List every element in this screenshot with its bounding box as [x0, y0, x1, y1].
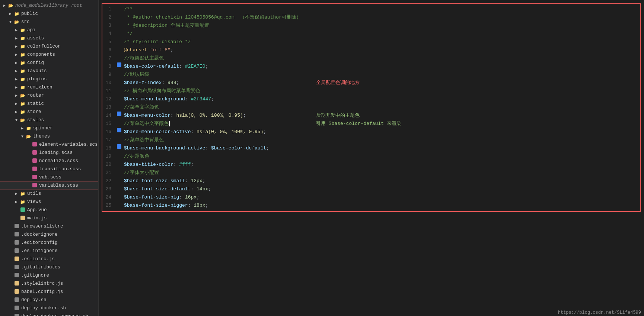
tree-label: layouts — [27, 68, 47, 74]
tree-arrow: ▼ — [13, 118, 19, 122]
svg-rect-14 — [15, 273, 19, 277]
sidebar-item-node-modules[interactable]: ▶📂node_modules library root — [0, 1, 98, 10]
line-number: 4 — [102, 30, 116, 38]
sidebar-item-babel-config-js[interactable]: babel.config.js — [0, 288, 98, 296]
sidebar-item--gitignore[interactable]: .gitignore — [0, 271, 98, 280]
sidebar-item-styles[interactable]: ▼📂styles — [0, 116, 98, 124]
sidebar-item-remixlcon[interactable]: ▶📁remixlcon — [0, 83, 98, 91]
sidebar-item-transition-scss[interactable]: transition.scss — [0, 165, 98, 173]
tree-label: themes — [33, 134, 50, 139]
code-line: 24$base-font-size-big: 16px; — [102, 193, 640, 201]
sidebar-item-views[interactable]: ▶📁views — [0, 198, 98, 206]
code-line: 11// 横向布局纵向布局时菜单背景色 — [102, 87, 640, 95]
sidebar-item--editorconfig[interactable]: .editorconfig — [0, 239, 98, 247]
file-icon — [31, 183, 38, 189]
sidebar-item--eslintignore[interactable]: .eslintignore — [0, 247, 98, 255]
svg-rect-4 — [32, 175, 37, 179]
line-number: 14 — [102, 112, 116, 120]
tree-label: components — [27, 52, 55, 57]
tree-label: .gitattributes — [21, 265, 60, 270]
line-content: //菜单选中文字颜色 — [122, 120, 640, 128]
line-number: 24 — [102, 193, 116, 201]
sidebar-item-static[interactable]: ▶📁static — [0, 100, 98, 108]
sidebar-item-config[interactable]: ▶📁config — [0, 59, 98, 67]
folder-icon: 📁 — [19, 200, 26, 204]
sidebar-item-router[interactable]: ▶📂router — [0, 91, 98, 100]
line-number: 15 — [102, 120, 116, 128]
sidebar-item-components[interactable]: ▶📁components — [0, 51, 98, 59]
line-content: $base-font-size-bigger: 18px; — [122, 201, 640, 210]
breakpoint-dot — [117, 144, 121, 149]
sidebar-item--stylelintrc-js[interactable]: .stylelintrc.js — [0, 280, 98, 288]
sidebar-item--gitattributes[interactable]: .gitattributes — [0, 263, 98, 271]
code-line: 21//字体大小配置 — [102, 169, 640, 177]
file-icon — [19, 215, 26, 222]
code-line: 8$base-color-default: #2EA7E0; — [102, 62, 640, 71]
sidebar-item-main-js[interactable]: main.js — [0, 214, 98, 222]
folder-icon: 📁 — [19, 28, 26, 33]
sidebar-item-public[interactable]: ▶📁public — [0, 10, 98, 18]
line-content: $base-menu-color: hsla(0, 0%, 100%, 0.95… — [122, 112, 640, 120]
line-number: 19 — [102, 152, 116, 161]
sidebar-item-layouts[interactable]: ▶📁layouts — [0, 67, 98, 75]
line-content: $base-font-size-default: 14px; — [122, 185, 640, 193]
tree-label: vab.scss — [39, 175, 61, 180]
line-number: 2 — [102, 13, 116, 22]
sidebar-item-themes[interactable]: ▼📂themes — [0, 132, 98, 141]
folder-icon: 📁 — [19, 36, 26, 41]
file-icon — [13, 248, 20, 254]
sidebar-item-deploy-docker-compose-sh[interactable]: deploy-docker-compose.sh — [0, 312, 98, 316]
breakpoint-dot — [117, 128, 121, 132]
tree-label: styles — [27, 117, 44, 123]
tree-arrow: ▶ — [13, 110, 19, 114]
file-icon — [13, 297, 20, 303]
line-content: //标题颜色 — [122, 152, 640, 161]
tree-label: deploy-docker.sh — [21, 306, 66, 311]
sidebar-item-deploy-docker-sh[interactable]: deploy-docker.sh — [0, 304, 98, 312]
file-icon — [31, 158, 38, 164]
svg-rect-6 — [20, 207, 25, 212]
svg-rect-7 — [20, 216, 25, 220]
code-editor: 1/**2 * @author chuzhixin 1204505056@qq.… — [99, 0, 644, 316]
sidebar-item-utils[interactable]: ▶📁utils — [0, 190, 98, 198]
tree-label: spinner — [33, 126, 53, 131]
sidebar-item-spinner[interactable]: ▶📁spinner — [0, 124, 98, 132]
sidebar-item-src[interactable]: ▼📂src — [0, 18, 98, 26]
line-content: @charset "utf-8"; — [122, 46, 640, 54]
folder-icon: 📁 — [19, 191, 26, 196]
editor-content: 1/**2 * @author chuzhixin 1204505056@qq.… — [102, 3, 641, 212]
line-number: 13 — [102, 103, 116, 112]
sidebar-item-plugins[interactable]: ▶📁plugins — [0, 75, 98, 83]
sidebar-item-deploy-sh[interactable]: deploy.sh — [0, 296, 98, 304]
sidebar-item-colorfullcon[interactable]: ▶📁colorfullcon — [0, 42, 98, 51]
tree-label: loading.scss — [39, 150, 73, 155]
code-line: 18$base-menu-background-active: $base-co… — [102, 144, 640, 152]
tree-label: colorfullcon — [27, 44, 61, 49]
tree-label: assets — [27, 36, 44, 41]
svg-rect-10 — [15, 240, 19, 245]
line-number: 7 — [102, 54, 116, 62]
sidebar-item-element-variables-scss[interactable]: element-variables.scss — [0, 141, 98, 149]
svg-rect-0 — [32, 142, 37, 146]
line-content: $base-z-index: 999;全局配置色调的地方 — [122, 79, 640, 87]
sidebar-item-store[interactable]: ▶📁store — [0, 108, 98, 116]
tree-label: utils — [27, 191, 41, 196]
sidebar-item-loading-scss[interactable]: loading.scss — [0, 149, 98, 157]
code-line: 15//菜单选中文字颜色 — [102, 120, 640, 128]
code-line: 23$base-font-size-default: 14px; — [102, 185, 640, 193]
sidebar-item--browserslistrc[interactable]: .browserslistrc — [0, 222, 98, 230]
sidebar-item-api[interactable]: ▶📁api — [0, 26, 98, 34]
breakpoint-dot — [117, 112, 121, 116]
sidebar-item-normalize-scss[interactable]: normalize.scss — [0, 157, 98, 165]
line-dot — [116, 112, 122, 116]
svg-rect-16 — [15, 289, 19, 294]
line-number: 20 — [102, 161, 116, 169]
file-tree: ▶📂node_modules library root▶📁public▼📂src… — [0, 0, 99, 316]
sidebar-item--eslintrc-js[interactable]: .eslintrc.js — [0, 255, 98, 263]
sidebar-item-vab-scss[interactable]: vab.scss — [0, 173, 98, 181]
sidebar-item-assets[interactable]: ▶📁assets — [0, 34, 98, 42]
sidebar-item--dockerignore[interactable]: .dockerignore — [0, 230, 98, 239]
tree-arrow: ▶ — [13, 61, 19, 65]
sidebar-item-App-vue[interactable]: App.vue — [0, 206, 98, 214]
sidebar-item-variables-scss[interactable]: variables.scss — [0, 181, 98, 190]
